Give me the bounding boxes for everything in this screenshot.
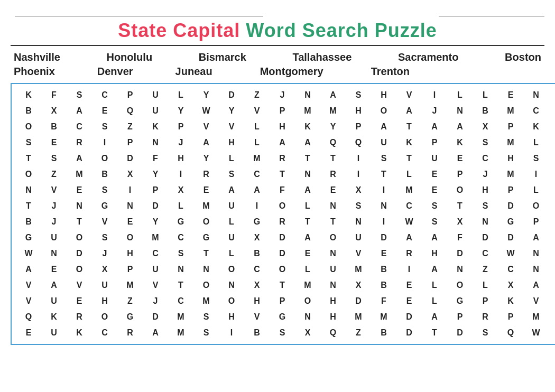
grid-cell: L bbox=[168, 198, 193, 214]
grid-cell: N bbox=[346, 214, 371, 230]
grid-cell: A bbox=[67, 151, 92, 166]
grid-cell: B bbox=[371, 277, 396, 293]
grid-cell: A bbox=[422, 309, 447, 325]
grid-cell: E bbox=[422, 182, 447, 198]
word-item: Bismarck bbox=[199, 51, 246, 63]
grid-cell: Z bbox=[346, 325, 371, 341]
grid-cell: L bbox=[523, 182, 549, 198]
header-bar bbox=[11, 6, 544, 16]
grid-cell: X bbox=[447, 214, 473, 230]
grid-cell: P bbox=[270, 103, 295, 119]
grid-cell: P bbox=[523, 214, 549, 230]
page-title: State Capital Word Search Puzzle bbox=[11, 20, 544, 42]
grid-cell: P bbox=[549, 246, 555, 262]
grid-cell: M bbox=[67, 166, 92, 182]
grid-cell: F bbox=[549, 262, 555, 277]
grid-cell: U bbox=[143, 103, 168, 119]
grid-cell: C bbox=[168, 293, 193, 309]
grid-cell: M bbox=[168, 325, 193, 341]
grid-cell: B bbox=[244, 246, 270, 262]
grid-cell: S bbox=[92, 182, 117, 198]
grid-cell: U bbox=[41, 293, 67, 309]
grid-cell: T bbox=[396, 119, 422, 135]
word-item: Juneau bbox=[175, 66, 212, 78]
grid-cell: B bbox=[371, 325, 396, 341]
grid-cell: I bbox=[371, 214, 396, 230]
grid-cell: K bbox=[41, 309, 67, 325]
grid-cell: O bbox=[295, 293, 320, 309]
grid-cell: E bbox=[549, 214, 555, 230]
grid-cell: H bbox=[320, 293, 346, 309]
grid-cell: T bbox=[320, 151, 346, 166]
top-words-row1: NashvilleHonoluluBismarckTallahasseeSacr… bbox=[11, 48, 544, 64]
grid-cell: B bbox=[16, 103, 41, 119]
grid-cell: C bbox=[92, 87, 117, 103]
grid-cell: T bbox=[67, 214, 92, 230]
grid-cell: I bbox=[396, 262, 422, 277]
grid-cell: A bbox=[67, 103, 92, 119]
grid-cell: N bbox=[193, 262, 219, 277]
grid-cell: M bbox=[498, 103, 523, 119]
grid-cell: P bbox=[447, 309, 473, 325]
grid-cell: U bbox=[219, 230, 244, 246]
grid-cell: K bbox=[396, 135, 422, 151]
grid-cell: P bbox=[143, 182, 168, 198]
grid-cell: H bbox=[270, 119, 295, 135]
grid-cell: F bbox=[371, 293, 396, 309]
grid-cell: M bbox=[295, 277, 320, 293]
grid-cell: L bbox=[549, 166, 555, 182]
grid-cell: H bbox=[219, 135, 244, 151]
grid-cell: S bbox=[92, 230, 117, 246]
grid-cell: W bbox=[193, 103, 219, 119]
grid-cell: P bbox=[270, 293, 295, 309]
grid-cell: H bbox=[219, 309, 244, 325]
grid-cell: V bbox=[16, 293, 41, 309]
grid-cell: U bbox=[41, 230, 67, 246]
grid-cell: N bbox=[41, 246, 67, 262]
grid-cell: K bbox=[498, 293, 523, 309]
grid-cell: T bbox=[270, 166, 295, 182]
grid-cell: A bbox=[396, 103, 422, 119]
grid-cell: P bbox=[498, 309, 523, 325]
grid-cell: L bbox=[473, 277, 498, 293]
grid-cell: C bbox=[549, 325, 555, 341]
grid-cell: P bbox=[117, 135, 143, 151]
grid-cell: X bbox=[346, 182, 371, 198]
grid-cell: C bbox=[498, 262, 523, 277]
word-item: Tallahassee bbox=[292, 51, 352, 63]
grid-cell: M bbox=[143, 230, 168, 246]
grid-cell: L bbox=[168, 87, 193, 103]
grid-cell: V bbox=[346, 246, 371, 262]
grid-cell: W bbox=[396, 214, 422, 230]
grid-cell: D bbox=[371, 230, 396, 246]
grid-cell: G bbox=[498, 214, 523, 230]
grid-cell: L bbox=[295, 198, 320, 214]
grid-cell: S bbox=[41, 151, 67, 166]
grid-cell: N bbox=[447, 103, 473, 119]
grid-cell: K bbox=[16, 87, 41, 103]
grid-cell: J bbox=[143, 293, 168, 309]
grid-cell: A bbox=[320, 87, 346, 103]
grid-cell: S bbox=[168, 246, 193, 262]
grid-cell: B bbox=[244, 325, 270, 341]
grid-cell: N bbox=[473, 214, 498, 230]
grid-cell: X bbox=[117, 166, 143, 182]
grid-cell: L bbox=[219, 214, 244, 230]
grid-cell: R bbox=[549, 293, 555, 309]
date-input-line bbox=[439, 6, 544, 16]
grid-cell: U bbox=[320, 262, 346, 277]
grid-cell: W bbox=[498, 246, 523, 262]
grid-cell: S bbox=[422, 198, 447, 214]
grid-cell: X bbox=[346, 277, 371, 293]
grid-cell: R bbox=[67, 309, 92, 325]
grid-cell: G bbox=[16, 230, 41, 246]
grid-cell: M bbox=[193, 198, 219, 214]
grid-cell: N bbox=[295, 309, 320, 325]
grid-cell: T bbox=[549, 103, 555, 119]
grid-cell: J bbox=[41, 198, 67, 214]
grid-cell: C bbox=[67, 119, 92, 135]
grid-cell: M bbox=[396, 182, 422, 198]
grid-cell: P bbox=[117, 262, 143, 277]
grid-cell: E bbox=[41, 135, 67, 151]
word-item: Boston bbox=[505, 51, 541, 63]
